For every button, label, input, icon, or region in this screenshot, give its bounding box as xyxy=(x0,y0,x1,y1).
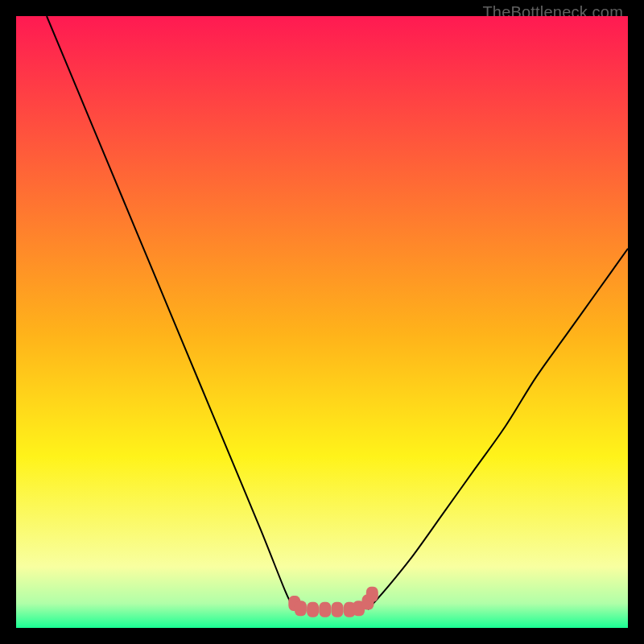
chart-svg xyxy=(16,16,628,628)
valley-marker xyxy=(319,602,331,617)
valley-marker xyxy=(366,587,378,602)
valley-marker xyxy=(307,602,319,617)
chart-background xyxy=(16,16,628,628)
valley-marker xyxy=(332,602,344,617)
chart-frame: TheBottleneck.com xyxy=(0,0,644,644)
valley-marker xyxy=(295,601,307,616)
